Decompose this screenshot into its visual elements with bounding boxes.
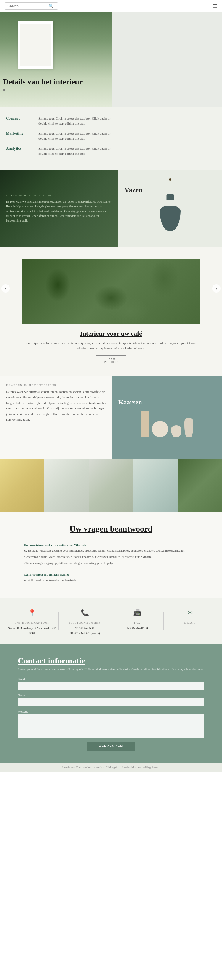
kaarsen-objects: [142, 410, 193, 437]
contact-fax-value: 1-234-567-8900: [111, 626, 164, 631]
slider-next-button[interactable]: ›: [212, 284, 220, 293]
slider-section: ‹ › Interieur voor uw café Lorem ipsum d…: [0, 247, 222, 376]
vazen-title: Vazen: [124, 186, 143, 194]
faq-answer-1a: Ja, absoluut. Vilecast is geschikt voor …: [24, 549, 198, 553]
contact-form-desc: Lorem ipsum dolor sit amet, consectetur …: [18, 667, 204, 671]
photo-grid: [0, 459, 222, 512]
slider-container: [22, 259, 200, 324]
kaarsen-subtitle: KAARSEN IN HET INTERIEUR: [6, 383, 107, 387]
hero-number: 01: [3, 88, 83, 92]
feature-marketing: Marketing Sample text. Click to select t…: [6, 131, 112, 141]
slider-image: [22, 259, 200, 324]
kaarsen-text-left: KAARSEN IN HET INTERIEUR De plek waar we…: [0, 376, 112, 459]
message-input[interactable]: [18, 714, 204, 738]
email-input[interactable]: [18, 682, 204, 690]
location-icon: 📍: [26, 607, 38, 619]
menu-icon[interactable]: ☰: [212, 3, 217, 10]
email-form-group: Email: [18, 678, 204, 690]
kaarsen-visual-right: Kaarsen: [112, 376, 222, 459]
contact-phone-title: TELEFOONNUMMER: [59, 621, 111, 624]
fax-icon: 📠: [131, 607, 143, 619]
hero-title-block: Details van het interieur 01: [3, 77, 83, 92]
vase-body: [160, 206, 180, 231]
photo-cell-1: [0, 459, 45, 512]
feature-desc-concept: Sample text. Click to select the text bo…: [38, 116, 112, 126]
features-list: Concept Sample text. Click to select the…: [6, 116, 118, 161]
vazen-body: De plek waar we allemaal samenkomen, lac…: [6, 199, 112, 223]
feature-desc-analytics: Sample text. Click to select the text bo…: [38, 146, 112, 156]
faq-title: Uw vragen beantwoord: [24, 524, 198, 534]
contact-item-email: ✉ E-MAIL: [164, 607, 216, 626]
vazen-text: VAZEN IN HET INTERIEUR De plek waar we a…: [0, 170, 118, 247]
slider-text: Interieur voor uw café Lorem ipsum dolor…: [0, 324, 222, 376]
slider-title: Interieur voor uw café: [24, 330, 198, 337]
feature-label-concept[interactable]: Concept: [6, 116, 38, 121]
contact-address-title: ONS HOOFDKANTOOR: [6, 621, 58, 624]
vazen-right: Vazen: [118, 170, 222, 247]
hero-image-left: Details van het interieur 01: [0, 13, 112, 107]
feature-concept: Concept Sample text. Click to select the…: [6, 116, 112, 126]
vase-ball: [169, 178, 171, 181]
search-input[interactable]: [7, 4, 49, 8]
footer-note: Sample text. Click to select the text bo…: [0, 763, 222, 772]
email-icon: ✉: [184, 607, 196, 619]
faq-item-1: Can musicians and other artists use Vile…: [24, 539, 198, 569]
faq-section: Uw vragen beantwoord Can musicians and o…: [0, 512, 222, 598]
feature-desc-marketing: Sample text. Click to select the text bo…: [38, 131, 112, 141]
hero-section: Details van het interieur 01 Planning is…: [0, 13, 222, 107]
photo-cell-5: [177, 459, 222, 512]
kaarsen-section: KAARSEN IN HET INTERIEUR De plek waar we…: [0, 376, 222, 459]
faq-item-2: Can I connect my domain name? What If I …: [24, 569, 198, 586]
phone-icon: 📞: [79, 607, 91, 619]
vazen-section: VAZEN IN HET INTERIEUR De plek waar we a…: [0, 170, 222, 247]
search-icon: 🔍: [49, 4, 53, 8]
message-label: Message: [18, 710, 204, 713]
send-button[interactable]: VERZENDEN: [87, 741, 135, 751]
hero-title: Details van het interieur: [3, 77, 83, 86]
vase-neck: [167, 194, 174, 200]
lees-verder-button[interactable]: LEES VERDER: [96, 355, 126, 366]
vase-illustration: [157, 199, 184, 231]
contact-email-title: E-MAIL: [164, 621, 216, 624]
faq-answer-1b: • Iedereen die audio, video, afbeeldinge…: [24, 555, 198, 559]
contact-address-value: Suite 68 Broadway 3/New York, NY 1001: [6, 626, 58, 635]
photo-cell-4: [133, 459, 177, 512]
vazen-left: VAZEN IN HET INTERIEUR De plek waar we a…: [0, 170, 118, 247]
faq-question-1[interactable]: Can musicians and other artists use Vile…: [24, 543, 198, 547]
kaarsen-title: Kaarsen: [118, 398, 142, 406]
faq-answer-2: What If I need more time after the free …: [24, 578, 198, 582]
contact-form-title: Contact informatie: [18, 656, 204, 665]
faq-question-2[interactable]: Can I connect my domain name?: [24, 573, 198, 576]
kaarsen-obj-short: [171, 425, 182, 437]
feature-analytics: Analytics Sample text. Click to select t…: [6, 146, 112, 156]
slider-body: Lorem ipsum dolor sit amet, consectetur …: [24, 340, 198, 351]
faq-answer-1c: • Tijdens vroege toegang op platformmark…: [24, 561, 198, 565]
contact-item-fax: 📠 FAX 1-234-567-8900: [111, 607, 164, 631]
name-input[interactable]: [18, 698, 204, 706]
vase-stem: [170, 181, 171, 196]
footer-note-text: Sample text. Click to select the text bo…: [6, 766, 216, 769]
name-label: Name: [18, 694, 204, 697]
photo-cell-3: [89, 459, 133, 512]
feature-label-analytics[interactable]: Analytics: [6, 146, 38, 151]
slider-prev-button[interactable]: ‹: [2, 284, 10, 293]
vazen-subtitle: VAZEN IN HET INTERIEUR: [6, 194, 112, 197]
contact-fax-title: FAX: [111, 621, 164, 624]
contact-phone-value: 914-897-6600 888-0123-4567 (gratis): [59, 626, 111, 635]
contact-item-address: 📍 ONS HOOFDKANTOOR Suite 68 Broadway 3/N…: [6, 607, 58, 635]
kaarsen-obj-medium: [184, 418, 193, 437]
hero-plant-bg: [0, 13, 112, 107]
search-bar[interactable]: 🔍: [5, 2, 58, 10]
contact-bar: 📍 ONS HOOFDKANTOOR Suite 68 Broadway 3/N…: [0, 598, 222, 644]
name-form-group: Name: [18, 694, 204, 706]
photo-cell-2: [45, 459, 89, 512]
kaarsen-obj-round: [152, 421, 168, 437]
kaarsen-obj-tall: [142, 410, 149, 437]
header: 🔍 ☰: [0, 0, 222, 13]
feature-label-marketing[interactable]: Marketing: [6, 131, 38, 136]
contact-form-section: Contact informatie Lorem ipsum dolor sit…: [0, 644, 222, 763]
message-form-group: Message: [18, 710, 204, 738]
hero-frame: [18, 21, 53, 68]
email-label: Email: [18, 678, 204, 681]
features-section: Concept Sample text. Click to select the…: [0, 107, 222, 170]
